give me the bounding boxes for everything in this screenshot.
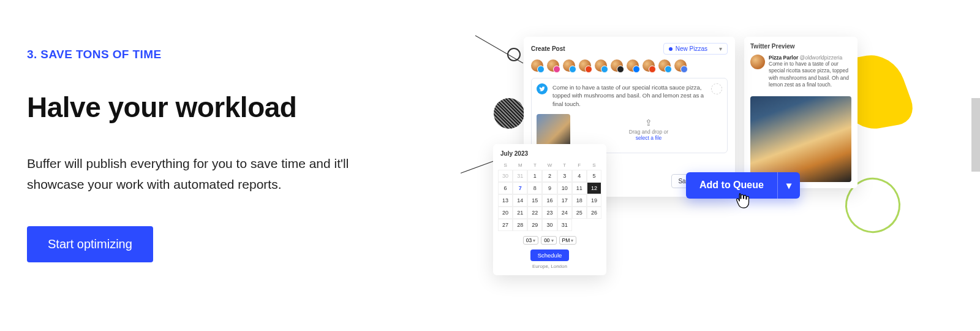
calendar-day-header: T (557, 161, 572, 170)
channel-avatar[interactable] (547, 59, 559, 72)
scrollbar-thumb[interactable] (971, 98, 980, 172)
calendar-day[interactable]: 16 (542, 194, 557, 207)
calendar-day[interactable]: 3 (557, 170, 572, 182)
ampm-select[interactable]: PM (559, 236, 577, 245)
hour-value: 03 (526, 237, 532, 243)
calendar-day-header: S (498, 161, 513, 170)
calendar-day-header: F (572, 161, 587, 170)
preview-account-handle: @oldworldpizzeria (800, 55, 843, 61)
calendar-day-header: W (542, 161, 557, 170)
avatar (750, 55, 765, 69)
calendar-day[interactable]: 10 (557, 182, 572, 194)
dropzone-label: Drag and drop or (629, 129, 668, 135)
upload-icon: ⇪ (575, 118, 722, 127)
decorative-circle (507, 48, 521, 61)
calendar-day-header: T (527, 161, 542, 170)
preview-post-text: Come in to have a taste of our special r… (769, 61, 851, 89)
queue-dropdown-toggle[interactable]: ▾ (777, 172, 800, 199)
preview-panel-title: Twitter Preview (750, 43, 851, 50)
post-editor[interactable]: Come in to have a taste of our special r… (531, 78, 728, 153)
calendar-day[interactable]: 6 (498, 182, 513, 194)
channel-avatar[interactable] (531, 59, 543, 72)
calendar-day[interactable]: 8 (527, 182, 542, 194)
composer-title: Create Post (531, 45, 565, 52)
twitter-preview-card: Twitter Preview Pizza Parlor @oldworldpi… (744, 37, 858, 188)
channel-avatar[interactable] (579, 59, 591, 72)
calendar-day[interactable]: 26 (587, 207, 601, 219)
calendar-day[interactable]: 19 (587, 194, 601, 207)
product-illustration: Twitter Preview Pizza Parlor @oldworldpi… (453, 25, 894, 300)
calendar-day[interactable]: 31 (557, 219, 572, 231)
media-dropzone[interactable]: ⇪ Drag and drop or select a file (575, 114, 722, 148)
start-optimizing-button[interactable]: Start optimizing (27, 226, 153, 262)
calendar-day[interactable]: 2 (542, 170, 557, 182)
calendar-day[interactable]: 1 (527, 170, 542, 182)
twitter-icon (537, 83, 548, 94)
calendar-month-label: July 2023 (498, 150, 601, 157)
calendar-day-header: M (513, 161, 527, 170)
channel-avatar[interactable] (627, 59, 639, 72)
calendar-day[interactable]: 5 (587, 170, 601, 182)
calendar-day (572, 219, 587, 231)
calendar-day[interactable]: 20 (498, 207, 513, 219)
post-text[interactable]: Come in to have a taste of our special r… (552, 83, 706, 108)
calendar-day[interactable]: 22 (527, 207, 542, 219)
channel-avatar[interactable] (643, 59, 655, 72)
calendar-day[interactable]: 24 (557, 207, 572, 219)
minute-value: 00 (544, 237, 549, 243)
add-to-queue-label: Add to Queue (686, 172, 777, 199)
calendar-day[interactable]: 7 (513, 182, 527, 194)
calendar-day[interactable]: 12 (587, 182, 601, 194)
calendar-day[interactable]: 17 (557, 194, 572, 207)
add-to-queue-button[interactable]: Add to Queue ▾ (686, 172, 800, 199)
calendar-day-header: S (587, 161, 601, 170)
section-headline: Halve your workload (27, 91, 419, 124)
calendar-day[interactable]: 18 (572, 194, 587, 207)
calendar-day[interactable]: 13 (498, 194, 513, 207)
campaign-select-value: New Pizzas (676, 45, 707, 52)
calendar-day[interactable]: 31 (513, 170, 527, 182)
calendar-day[interactable]: 30 (498, 170, 513, 182)
select-file-link[interactable]: select a file (636, 135, 662, 141)
calendar-day[interactable]: 29 (527, 219, 542, 231)
preview-account-name: Pizza Parlor (769, 55, 798, 61)
attached-image-thumb[interactable] (537, 114, 570, 148)
minute-select[interactable]: 00 (541, 236, 556, 245)
calendar-day[interactable]: 28 (513, 219, 527, 231)
timezone-label: Europe, London (498, 264, 601, 269)
channel-avatar[interactable] (611, 59, 623, 72)
calendar-day[interactable]: 15 (527, 194, 542, 207)
section-eyebrow: 3. SAVE TONS OF TIME (27, 48, 419, 61)
channel-avatar[interactable] (595, 59, 607, 72)
calendar-day[interactable]: 30 (542, 219, 557, 231)
calendar-day[interactable]: 11 (572, 182, 587, 194)
channel-avatar[interactable] (563, 59, 575, 72)
schedule-button[interactable]: Schedule (530, 249, 570, 261)
calendar-day[interactable]: 27 (498, 219, 513, 231)
ampm-value: PM (562, 237, 570, 243)
section-body: Buffer will publish everything for you t… (27, 153, 407, 194)
calendar-day[interactable]: 14 (513, 194, 527, 207)
channel-avatars (531, 59, 728, 72)
preview-image (750, 96, 851, 182)
calendar-day[interactable]: 25 (572, 207, 587, 219)
campaign-select[interactable]: New Pizzas (663, 43, 728, 55)
hour-select[interactable]: 03 (523, 236, 538, 245)
decorative-hatch (494, 98, 524, 129)
calendar-day[interactable]: 9 (542, 182, 557, 194)
calendar-day[interactable]: 21 (513, 207, 527, 219)
calendar-day[interactable]: 4 (572, 170, 587, 182)
schedule-calendar: July 2023 SMTWTFS30311234567891011121314… (493, 144, 606, 275)
calendar-day[interactable]: 23 (542, 207, 557, 219)
calendar-day (587, 219, 601, 231)
channel-avatar[interactable] (674, 59, 687, 72)
emoji-picker-icon[interactable] (711, 83, 722, 94)
channel-avatar[interactable] (658, 59, 671, 72)
